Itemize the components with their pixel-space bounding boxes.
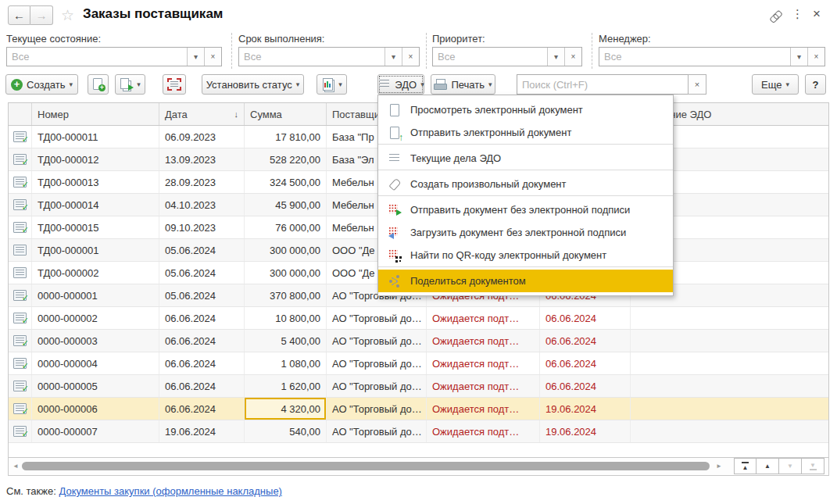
clear-icon[interactable]: × xyxy=(204,48,221,66)
menu-item-label: Отправить электронный документ xyxy=(410,127,571,138)
chevron-down-icon[interactable]: ▾ xyxy=(547,48,564,66)
filter-input[interactable] xyxy=(7,48,187,66)
close-icon[interactable]: × xyxy=(813,6,821,22)
menu-item[interactable]: Просмотреть электронный документ xyxy=(378,98,673,121)
set-status-button[interactable]: Установить статус ▾ xyxy=(202,74,304,95)
filter-input[interactable] xyxy=(433,48,547,66)
cell-sum: 528 220,00 xyxy=(245,148,327,170)
filter-label: Менеджер: xyxy=(599,33,825,45)
copy-document-button[interactable] xyxy=(88,74,109,95)
menu-item[interactable]: Найти по QR-коду электронный документ xyxy=(378,244,673,267)
cell-number: ТД00-000013 xyxy=(32,171,159,193)
filter-input[interactable] xyxy=(599,48,790,66)
document-forward-icon xyxy=(120,78,133,91)
menu-item-label: Текущие дела ЭДО xyxy=(410,152,501,164)
more-button[interactable]: Еще ▾ xyxy=(752,74,799,95)
cell-number: ТД00-000011 xyxy=(32,126,159,148)
table-row[interactable]: 0000-000003 06.06.2024 5 400,00 АО "Торг… xyxy=(9,330,828,352)
forward-button[interactable]: → xyxy=(30,5,53,25)
table-row[interactable]: 0000-000002 06.06.2024 10 800,00 АО "Тор… xyxy=(9,307,828,330)
see-also-link[interactable]: Документы закупки (оформленные накладные… xyxy=(59,485,282,497)
filter-divider xyxy=(231,33,232,69)
scroll-right-icon[interactable]: ► xyxy=(716,463,722,470)
chevron-down-icon: ▾ xyxy=(338,80,342,88)
scrollbar-thumb[interactable] xyxy=(22,462,710,470)
page-title: Заказы поставщикам xyxy=(83,6,223,22)
cell-number: ТД00-000015 xyxy=(32,216,159,238)
send-document-icon xyxy=(388,126,402,140)
favorite-star-icon[interactable]: ☆ xyxy=(61,6,74,24)
cell-edo-state xyxy=(631,330,828,352)
column-header-sum[interactable]: Сумма xyxy=(245,103,327,125)
cell-due-date: 19.06.2024 xyxy=(540,398,631,420)
filter-input[interactable] xyxy=(239,48,385,66)
menu-item-label: Найти по QR-коду электронный документ xyxy=(410,249,606,261)
table-row[interactable]: 0000-000004 06.06.2024 1 080,00 АО "Торг… xyxy=(9,352,828,375)
create-button[interactable]: Создать ▾ xyxy=(5,74,78,95)
create-based-on-button[interactable]: ▾ xyxy=(115,74,145,95)
menu-item-label: Поделиться документом xyxy=(410,275,526,287)
cell-sum: 1 620,00 xyxy=(245,375,327,397)
filter-block: Менеджер: ▾ × xyxy=(599,33,825,66)
clear-icon[interactable]: × xyxy=(402,48,419,66)
set-status-label: Установить статус xyxy=(206,79,292,91)
more-button-label: Еще xyxy=(761,79,782,91)
go-down-button[interactable]: ▼ xyxy=(779,458,802,474)
cell-number: 0000-000007 xyxy=(32,420,159,442)
clear-icon[interactable]: × xyxy=(807,48,824,66)
kebab-menu-icon[interactable]: ⋮ xyxy=(792,7,803,21)
chevron-down-icon: ▾ xyxy=(785,80,789,88)
chevron-down-icon[interactable]: ▾ xyxy=(385,48,402,66)
cell-number: 0000-000001 xyxy=(32,284,159,306)
print-button[interactable]: Печать ▾ xyxy=(431,74,495,95)
cell-due-date: 06.06.2024 xyxy=(540,375,631,397)
link-icon[interactable] xyxy=(767,8,785,26)
menu-item-label: Создать произвольный документ xyxy=(410,178,567,190)
cell-supplier: АО "Торговый до… xyxy=(327,398,427,420)
see-also: См. также: Документы закупки (оформленны… xyxy=(6,485,282,497)
cell-date: 06.06.2024 xyxy=(159,375,245,397)
menu-item[interactable]: Создать произвольный документ xyxy=(378,173,673,196)
column-header-date-label: Дата xyxy=(165,109,188,120)
cell-status: Ожидается подт… xyxy=(427,307,540,329)
chevron-down-icon[interactable]: ▾ xyxy=(790,48,807,66)
scan-barcode-button[interactable] xyxy=(163,74,186,95)
chevron-down-icon[interactable]: ▾ xyxy=(187,48,204,66)
go-to-bottom-button[interactable]: ▼ xyxy=(802,458,824,474)
chevron-down-icon: ▾ xyxy=(296,80,300,88)
go-up-button[interactable]: ▲ xyxy=(757,458,779,474)
scroll-left-icon[interactable]: ◄ xyxy=(13,463,19,470)
menu-item[interactable]: Загрузить документ без электронной подпи… xyxy=(378,221,673,244)
edo-stack-icon xyxy=(388,152,402,166)
help-button[interactable]: ? xyxy=(805,74,826,95)
cell-sum: 1 080,00 xyxy=(245,352,327,374)
reports-button[interactable]: ▾ xyxy=(317,74,347,95)
edo-button-label: ЭДО xyxy=(395,79,417,91)
go-to-top-button[interactable]: ▲ xyxy=(734,458,757,474)
edo-button[interactable]: ЭДО ▾ xyxy=(377,74,424,95)
qr-search-icon xyxy=(388,248,402,263)
column-header-number[interactable]: Номер xyxy=(32,103,159,125)
document-icon xyxy=(13,199,27,210)
plus-circle-icon xyxy=(11,79,23,91)
table-row[interactable]: 0000-000007 19.06.2024 540,00 АО "Торгов… xyxy=(9,420,828,443)
filter-combobox: ▾ × xyxy=(238,47,420,66)
table-row[interactable]: 0000-000006 06.06.2024 4 320,00 АО "Торг… xyxy=(9,398,828,420)
back-button[interactable]: ← xyxy=(8,5,30,25)
document-icon xyxy=(13,426,27,437)
search-input[interactable] xyxy=(517,74,689,95)
menu-item[interactable]: Поделиться документом xyxy=(378,270,673,292)
clear-icon[interactable]: × xyxy=(564,48,581,66)
menu-item[interactable]: Текущие дела ЭДО xyxy=(378,147,673,170)
search-clear-button[interactable]: × xyxy=(688,74,706,95)
column-header-icon[interactable] xyxy=(9,103,32,125)
send-unsigned-icon xyxy=(388,203,402,217)
create-button-label: Создать xyxy=(27,79,65,91)
history-nav: ← → xyxy=(8,5,53,25)
menu-item[interactable]: Отправить электронный документ xyxy=(378,121,673,145)
table-row[interactable]: 0000-000005 06.06.2024 1 620,00 АО "Торг… xyxy=(9,375,828,398)
column-header-date[interactable]: Дата ↓ xyxy=(159,103,245,125)
filter-divider xyxy=(426,33,427,69)
menu-item[interactable]: Отправить документ без электронной подпи… xyxy=(378,198,673,221)
document-icon xyxy=(13,403,27,414)
